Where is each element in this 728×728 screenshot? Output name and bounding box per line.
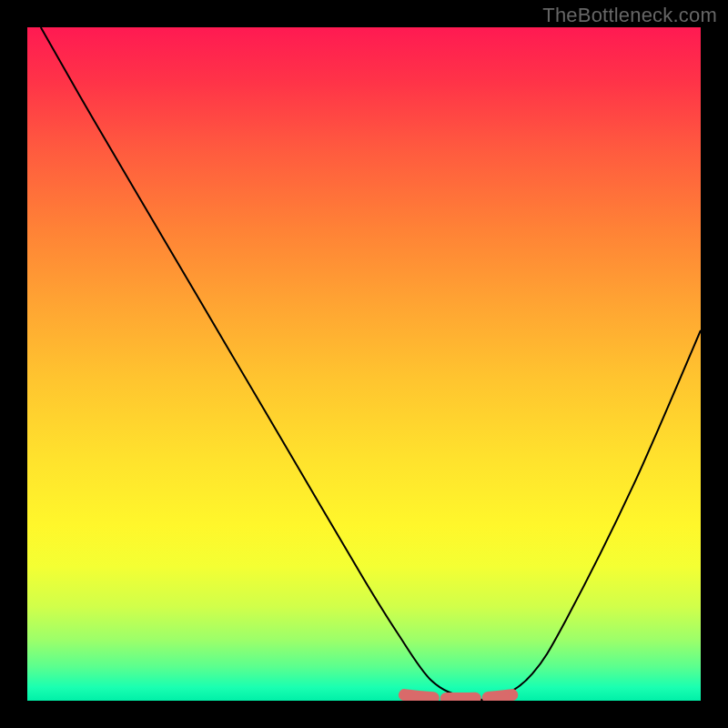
curve-path (41, 27, 701, 700)
bottleneck-curve (27, 27, 701, 701)
plot-area (27, 27, 701, 701)
flat-band-path (404, 695, 511, 699)
chart-frame: TheBottleneck.com (0, 0, 728, 728)
watermark-text: TheBottleneck.com (542, 4, 717, 27)
